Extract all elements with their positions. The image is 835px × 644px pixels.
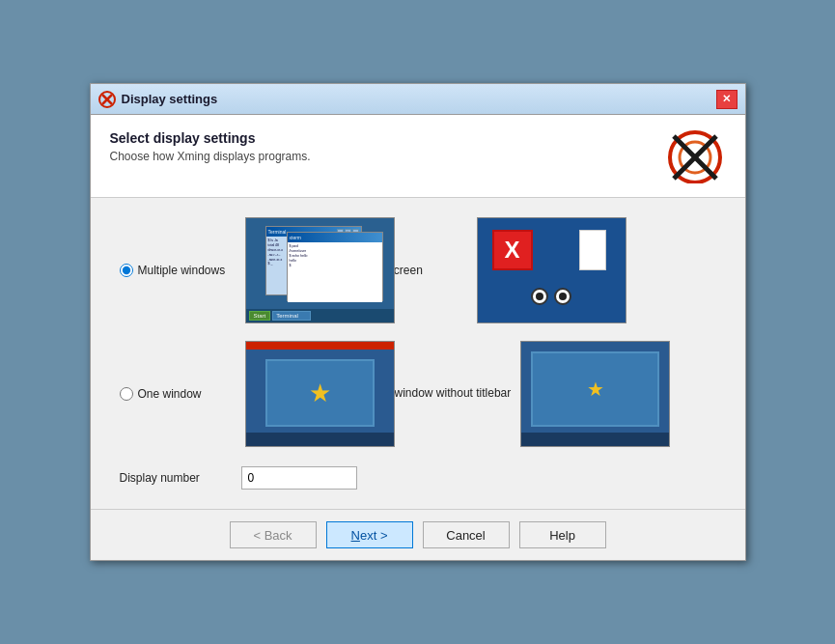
one-window-label[interactable]: One window [138, 387, 202, 401]
preview-top-bar [246, 342, 394, 350]
help-button[interactable]: Help [519, 521, 606, 548]
preview-star2: ★ [587, 378, 604, 401]
preview-pupil-right [559, 293, 567, 300]
option-no-titlebar: One window without titlebar ★ [351, 341, 716, 447]
option-one-window: One window ★ [120, 341, 332, 447]
preview-eye-left [531, 288, 548, 305]
preview-taskbar2 [246, 433, 394, 446]
next-button[interactable]: NNext >ext > [326, 521, 413, 548]
xming-logo [664, 130, 726, 183]
header-text: Select display settings Choose how Xming… [110, 130, 311, 163]
header-subtitle: Choose how Xming displays programs. [110, 150, 311, 163]
multiple-windows-label-area: Multiple windows [120, 264, 236, 277]
preview-star: ★ [309, 378, 331, 408]
preview-big-x: X [492, 230, 533, 270]
display-number-label: Display number [120, 471, 226, 485]
preview-eye-right [554, 288, 571, 305]
dialog-title: Display settings [122, 92, 716, 106]
next-label: NNext >ext > [351, 528, 388, 543]
preview-start: Start [249, 311, 271, 321]
preview-eyes [531, 288, 571, 305]
preview-white-rect [579, 230, 606, 270]
cancel-button[interactable]: Cancel [423, 521, 510, 548]
next-label-text: NNext >ext > [351, 528, 388, 543]
preview-taskbar-btn1: Terminal [272, 311, 311, 321]
one-window-radio[interactable] [120, 387, 133, 401]
fullscreen-preview: X [477, 217, 626, 323]
titlebar-icon [98, 91, 116, 108]
main-content: Multiple windows Terminal _ □ × [91, 198, 745, 509]
preview-inner-window2: xterm $ pwd/home/user$ echo hellohello$ [287, 232, 383, 301]
option-fullscreen: Fullscreen X [351, 217, 716, 323]
option-multiple-windows: Multiple windows Terminal _ □ × [120, 217, 332, 323]
display-settings-dialog: Display settings ✕ Select display settin… [90, 83, 746, 561]
close-button[interactable]: ✕ [716, 90, 738, 109]
header-title: Select display settings [110, 130, 311, 146]
preview-one-win-content: ★ [265, 359, 375, 427]
footer: < Back NNext >ext > Cancel Help [91, 510, 745, 560]
display-number-input[interactable] [241, 466, 357, 490]
preview-taskbar3 [521, 433, 669, 446]
multiple-windows-label[interactable]: Multiple windows [138, 264, 226, 277]
preview-pupil-left [536, 293, 543, 300]
one-window-label-area: One window [120, 387, 236, 401]
preview-taskbar: Start Terminal [246, 309, 394, 322]
no-titlebar-preview: ★ [520, 341, 670, 447]
multiple-windows-radio[interactable] [120, 264, 133, 277]
display-number-row: Display number [120, 466, 716, 490]
titlebar: Display settings ✕ [91, 84, 745, 115]
options-area: Multiple windows Terminal _ □ × [120, 217, 716, 447]
preview-no-titlebar-content: ★ [531, 351, 659, 427]
header-section: Select display settings Choose how Xming… [91, 115, 745, 198]
back-button[interactable]: < Back [230, 521, 317, 548]
one-window-preview: ★ [245, 341, 395, 447]
multiple-windows-preview: Terminal _ □ × $ ls -latotal 48drwxr-xr-… [245, 217, 395, 323]
